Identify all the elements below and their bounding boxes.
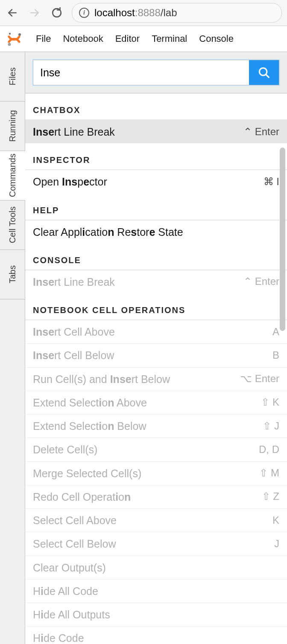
- menu-editor[interactable]: Editor: [115, 33, 140, 44]
- command-label: Clear Application Restore State: [33, 224, 183, 240]
- svg-point-2: [9, 33, 11, 35]
- search-wrap: [25, 52, 287, 93]
- jupyter-logo-icon: [4, 29, 24, 49]
- command-label: Hide All Outputs: [33, 607, 110, 622]
- command-group-header: INSPECTOR: [25, 143, 287, 169]
- command-shortcut: ⇧ J: [263, 419, 279, 434]
- command-shortcut: ⌃ Enter: [243, 125, 279, 139]
- scrollbar-thumb[interactable]: [280, 148, 285, 331]
- command-group-header: CHATBOX: [25, 93, 287, 119]
- command-label: Clear Output(s): [33, 560, 106, 575]
- command-group-header: CONSOLE: [25, 244, 287, 270]
- command-label: Extend Selection Above: [33, 395, 147, 410]
- command-item: Redo Cell Operation⇧ Z: [25, 485, 287, 508]
- command-item: Merge Selected Cell(s)⇧ M: [25, 461, 287, 485]
- command-shortcut: ⌃ Enter: [243, 274, 279, 289]
- svg-point-4: [8, 43, 11, 46]
- command-item: Hide Code: [25, 626, 287, 644]
- command-label: Insert Line Break: [33, 124, 115, 139]
- command-item: Select Cell AboveK: [25, 508, 287, 532]
- command-item: Insert Cell AboveA: [25, 320, 287, 343]
- command-label: Hide Code: [33, 630, 84, 644]
- command-group-header: HELP: [25, 194, 287, 220]
- sidebar-tab-running[interactable]: Running: [0, 102, 25, 151]
- command-item: Clear Output(s): [25, 556, 287, 579]
- command-label: Hide All Code: [33, 583, 98, 599]
- command-label: Open Inspector: [33, 174, 107, 189]
- command-shortcut: K: [272, 513, 279, 528]
- menu-file[interactable]: File: [36, 33, 51, 44]
- command-palette-panel: CHATBOXInsert Line Break⌃ EnterINSPECTOR…: [25, 52, 287, 644]
- command-shortcut: ⌘ I: [264, 174, 279, 189]
- url-bar[interactable]: i localhost:8888/lab: [72, 3, 282, 23]
- command-item: Extend Selection Below⇧ J: [25, 414, 287, 438]
- search-button[interactable]: [249, 60, 279, 85]
- menu-notebook[interactable]: Notebook: [63, 33, 103, 44]
- command-item: Select Cell BelowJ: [25, 532, 287, 555]
- browser-toolbar: i localhost:8888/lab: [0, 0, 287, 26]
- command-label: Insert Cell Above: [33, 324, 115, 339]
- command-item: Delete Cell(s)D, D: [25, 438, 287, 461]
- command-item: Hide All Outputs: [25, 603, 287, 626]
- command-label: Insert Line Break: [33, 274, 115, 290]
- site-info-icon[interactable]: i: [79, 8, 89, 18]
- command-shortcut: B: [272, 348, 279, 363]
- command-label: Merge Selected Cell(s): [33, 466, 141, 481]
- command-item[interactable]: Open Inspector⌘ I: [25, 170, 287, 193]
- command-label: Select Cell Above: [33, 513, 117, 528]
- command-item: Insert Cell BelowB: [25, 343, 287, 367]
- command-label: Select Cell Below: [33, 536, 116, 551]
- menu-bar: File Notebook Editor Terminal Console: [0, 26, 287, 52]
- sidebar-tab-files[interactable]: Files: [0, 52, 25, 102]
- reload-button[interactable]: [50, 6, 64, 20]
- command-label: Delete Cell(s): [33, 442, 97, 457]
- sidebar-tab-cell-tools[interactable]: Cell Tools: [0, 200, 25, 250]
- menu-terminal[interactable]: Terminal: [152, 33, 187, 44]
- url-text: localhost:8888/lab: [94, 7, 177, 19]
- command-results: CHATBOXInsert Line Break⌃ EnterINSPECTOR…: [25, 93, 287, 644]
- command-search-input[interactable]: [33, 60, 249, 85]
- command-shortcut: ⇧ Z: [262, 489, 279, 504]
- command-group-header: NOTEBOOK CELL OPERATIONS: [25, 293, 287, 319]
- sidebar-tab-tabs[interactable]: Tabs: [0, 250, 25, 299]
- command-item: Hide All Code: [25, 579, 287, 603]
- search-box: [33, 60, 279, 85]
- command-item: Insert Line Break⌃ Enter: [25, 270, 287, 293]
- left-sidebar-tabs: FilesRunningCommandsCell ToolsTabs: [0, 52, 25, 644]
- command-shortcut: ⇧ M: [259, 466, 279, 481]
- command-item: Run Cell(s) and Insert Below⌥ Enter: [25, 367, 287, 391]
- menu-console[interactable]: Console: [199, 33, 234, 44]
- command-label: Redo Cell Operation: [33, 489, 131, 505]
- command-label: Extend Selection Below: [33, 418, 146, 434]
- command-shortcut: ⇧ K: [261, 395, 279, 410]
- forward-button[interactable]: [27, 6, 42, 20]
- command-item[interactable]: Insert Line Break⌃ Enter: [25, 120, 287, 143]
- command-shortcut: ⌥ Enter: [240, 371, 279, 386]
- command-item[interactable]: Clear Application Restore State: [25, 220, 287, 244]
- svg-line-6: [266, 75, 269, 78]
- command-shortcut: A: [272, 325, 279, 339]
- sidebar-tab-commands[interactable]: Commands: [0, 151, 25, 200]
- command-shortcut: D, D: [259, 442, 279, 457]
- command-item: Extend Selection Above⇧ K: [25, 391, 287, 414]
- svg-point-3: [18, 33, 21, 36]
- back-button[interactable]: [5, 6, 20, 20]
- command-label: Insert Cell Below: [33, 348, 114, 363]
- command-label: Run Cell(s) and Insert Below: [33, 371, 170, 387]
- command-shortcut: J: [274, 537, 279, 551]
